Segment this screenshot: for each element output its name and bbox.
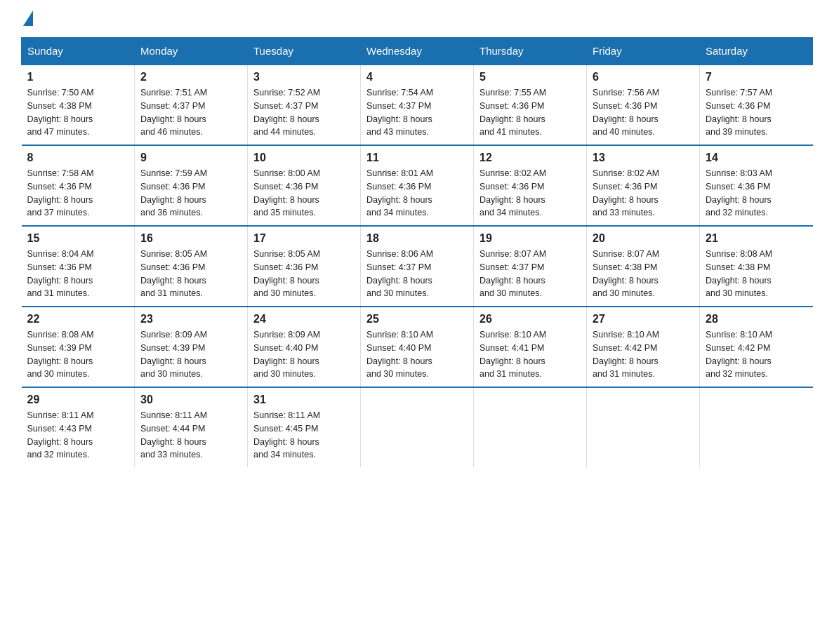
calendar-cell: 24Sunrise: 8:09 AMSunset: 4:40 PMDayligh…: [248, 307, 361, 387]
logo-triangle-icon: [23, 11, 33, 26]
day-number: 22: [27, 313, 129, 326]
calendar-cell: 16Sunrise: 8:05 AMSunset: 4:36 PMDayligh…: [135, 226, 248, 307]
calendar-week-row: 22Sunrise: 8:08 AMSunset: 4:39 PMDayligh…: [22, 307, 813, 387]
day-info: Sunrise: 8:10 AMSunset: 4:40 PMDaylight:…: [366, 328, 468, 381]
day-info: Sunrise: 8:05 AMSunset: 4:36 PMDaylight:…: [140, 248, 241, 300]
calendar-cell: 27Sunrise: 8:10 AMSunset: 4:42 PMDayligh…: [587, 307, 700, 387]
calendar-cell: 9Sunrise: 7:59 AMSunset: 4:36 PMDaylight…: [135, 145, 248, 226]
calendar-cell: 18Sunrise: 8:06 AMSunset: 4:37 PMDayligh…: [361, 226, 474, 307]
calendar-cell: [700, 387, 813, 467]
calendar-cell: 14Sunrise: 8:03 AMSunset: 4:36 PMDayligh…: [700, 145, 813, 226]
calendar-cell: 30Sunrise: 8:11 AMSunset: 4:44 PMDayligh…: [135, 387, 248, 467]
header-day-saturday: Saturday: [700, 38, 813, 65]
day-number: 14: [706, 152, 807, 164]
day-info: Sunrise: 8:02 AMSunset: 4:36 PMDaylight:…: [479, 167, 581, 220]
day-info: Sunrise: 8:11 AMSunset: 4:43 PMDaylight:…: [27, 409, 129, 462]
calendar-cell: 26Sunrise: 8:10 AMSunset: 4:41 PMDayligh…: [474, 307, 587, 387]
calendar-week-row: 29Sunrise: 8:11 AMSunset: 4:43 PMDayligh…: [22, 387, 813, 467]
day-number: 13: [593, 152, 694, 164]
day-number: 2: [140, 71, 241, 83]
day-number: 10: [253, 152, 355, 164]
calendar-cell: 20Sunrise: 8:07 AMSunset: 4:38 PMDayligh…: [587, 226, 700, 307]
day-info: Sunrise: 8:11 AMSunset: 4:44 PMDaylight:…: [140, 409, 241, 462]
day-info: Sunrise: 8:10 AMSunset: 4:42 PMDaylight:…: [593, 328, 694, 381]
day-info: Sunrise: 8:09 AMSunset: 4:40 PMDaylight:…: [253, 328, 355, 381]
day-info: Sunrise: 8:01 AMSunset: 4:36 PMDaylight:…: [366, 167, 468, 220]
calendar-week-row: 1Sunrise: 7:50 AMSunset: 4:38 PMDaylight…: [22, 65, 813, 145]
day-number: 12: [479, 152, 581, 164]
calendar-cell: 1Sunrise: 7:50 AMSunset: 4:38 PMDaylight…: [22, 65, 135, 145]
day-number: 29: [27, 394, 129, 406]
day-number: 5: [479, 71, 581, 83]
page-header: [21, 14, 813, 23]
calendar-table: SundayMondayTuesdayWednesdayThursdayFrid…: [21, 37, 813, 467]
day-number: 19: [479, 232, 581, 245]
calendar-header: SundayMondayTuesdayWednesdayThursdayFrid…: [22, 38, 813, 65]
calendar-cell: 5Sunrise: 7:55 AMSunset: 4:36 PMDaylight…: [474, 65, 587, 145]
day-info: Sunrise: 8:03 AMSunset: 4:36 PMDaylight:…: [706, 167, 807, 220]
day-number: 31: [253, 394, 355, 406]
calendar-cell: 12Sunrise: 8:02 AMSunset: 4:36 PMDayligh…: [474, 145, 587, 226]
day-info: Sunrise: 7:55 AMSunset: 4:36 PMDaylight:…: [479, 86, 581, 139]
day-info: Sunrise: 8:08 AMSunset: 4:38 PMDaylight:…: [706, 248, 807, 300]
day-info: Sunrise: 8:00 AMSunset: 4:36 PMDaylight:…: [253, 167, 355, 220]
calendar-cell: 6Sunrise: 7:56 AMSunset: 4:36 PMDaylight…: [587, 65, 700, 145]
calendar-cell: 8Sunrise: 7:58 AMSunset: 4:36 PMDaylight…: [22, 145, 135, 226]
day-info: Sunrise: 8:10 AMSunset: 4:42 PMDaylight:…: [706, 328, 807, 381]
calendar-cell: 29Sunrise: 8:11 AMSunset: 4:43 PMDayligh…: [22, 387, 135, 467]
calendar-cell: 10Sunrise: 8:00 AMSunset: 4:36 PMDayligh…: [248, 145, 361, 226]
calendar-cell: 3Sunrise: 7:52 AMSunset: 4:37 PMDaylight…: [248, 65, 361, 145]
day-info: Sunrise: 7:51 AMSunset: 4:37 PMDaylight:…: [140, 86, 241, 139]
calendar-cell: 19Sunrise: 8:07 AMSunset: 4:37 PMDayligh…: [474, 226, 587, 307]
day-number: 27: [593, 313, 694, 326]
calendar-cell: 28Sunrise: 8:10 AMSunset: 4:42 PMDayligh…: [700, 307, 813, 387]
day-number: 8: [27, 152, 129, 164]
calendar-week-row: 15Sunrise: 8:04 AMSunset: 4:36 PMDayligh…: [22, 226, 813, 307]
day-info: Sunrise: 8:07 AMSunset: 4:38 PMDaylight:…: [593, 248, 694, 300]
day-number: 23: [140, 313, 241, 326]
calendar-cell: 15Sunrise: 8:04 AMSunset: 4:36 PMDayligh…: [22, 226, 135, 307]
calendar-cell: 22Sunrise: 8:08 AMSunset: 4:39 PMDayligh…: [22, 307, 135, 387]
day-number: 6: [593, 71, 694, 83]
calendar-body: 1Sunrise: 7:50 AMSunset: 4:38 PMDaylight…: [22, 65, 813, 467]
day-info: Sunrise: 8:08 AMSunset: 4:39 PMDaylight:…: [27, 328, 129, 381]
calendar-cell: 13Sunrise: 8:02 AMSunset: 4:36 PMDayligh…: [587, 145, 700, 226]
calendar-cell: 11Sunrise: 8:01 AMSunset: 4:36 PMDayligh…: [361, 145, 474, 226]
day-info: Sunrise: 7:54 AMSunset: 4:37 PMDaylight:…: [366, 86, 468, 139]
day-number: 1: [27, 71, 129, 83]
day-number: 9: [140, 152, 241, 164]
day-number: 28: [706, 313, 807, 326]
header-day-tuesday: Tuesday: [248, 38, 361, 65]
day-info: Sunrise: 8:07 AMSunset: 4:37 PMDaylight:…: [479, 248, 581, 300]
calendar-week-row: 8Sunrise: 7:58 AMSunset: 4:36 PMDaylight…: [22, 145, 813, 226]
day-number: 21: [706, 232, 807, 245]
calendar-cell: [587, 387, 700, 467]
day-number: 15: [27, 232, 129, 245]
calendar-cell: 7Sunrise: 7:57 AMSunset: 4:36 PMDaylight…: [700, 65, 813, 145]
day-number: 30: [140, 394, 241, 406]
day-info: Sunrise: 7:58 AMSunset: 4:36 PMDaylight:…: [27, 167, 129, 220]
day-number: 17: [253, 232, 355, 245]
day-number: 7: [706, 71, 807, 83]
calendar-cell: 4Sunrise: 7:54 AMSunset: 4:37 PMDaylight…: [361, 65, 474, 145]
day-number: 3: [253, 71, 355, 83]
calendar-cell: 21Sunrise: 8:08 AMSunset: 4:38 PMDayligh…: [700, 226, 813, 307]
day-info: Sunrise: 8:11 AMSunset: 4:45 PMDaylight:…: [253, 409, 355, 462]
header-day-monday: Monday: [135, 38, 248, 65]
calendar-cell: [361, 387, 474, 467]
day-number: 16: [140, 232, 241, 245]
day-number: 20: [593, 232, 694, 245]
day-number: 18: [366, 232, 468, 245]
day-info: Sunrise: 8:05 AMSunset: 4:36 PMDaylight:…: [253, 248, 355, 300]
day-info: Sunrise: 7:56 AMSunset: 4:36 PMDaylight:…: [593, 86, 694, 139]
calendar-cell: 2Sunrise: 7:51 AMSunset: 4:37 PMDaylight…: [135, 65, 248, 145]
header-day-wednesday: Wednesday: [361, 38, 474, 65]
header-day-friday: Friday: [587, 38, 700, 65]
header-row: SundayMondayTuesdayWednesdayThursdayFrid…: [22, 38, 813, 65]
day-number: 4: [366, 71, 468, 83]
day-info: Sunrise: 8:02 AMSunset: 4:36 PMDaylight:…: [593, 167, 694, 220]
day-info: Sunrise: 8:10 AMSunset: 4:41 PMDaylight:…: [479, 328, 581, 381]
day-info: Sunrise: 8:04 AMSunset: 4:36 PMDaylight:…: [27, 248, 129, 300]
day-info: Sunrise: 7:57 AMSunset: 4:36 PMDaylight:…: [706, 86, 807, 139]
day-info: Sunrise: 7:52 AMSunset: 4:37 PMDaylight:…: [253, 86, 355, 139]
